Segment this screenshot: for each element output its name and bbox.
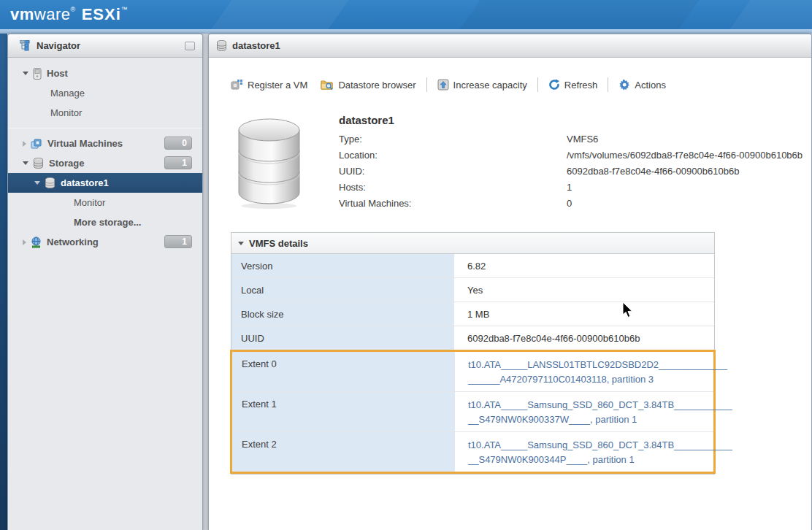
actions-gear-icon [618,79,630,91]
refresh-icon [548,79,560,91]
vmware-esxi-logo: vmware®ESXi™ [10,5,128,24]
toolbar-button-label: Register a VM [248,80,307,91]
chevron-right-icon[interactable] [23,239,26,245]
row-label: Extent 1 [232,392,455,431]
banner-facet [201,0,353,29]
datastore-browser-button[interactable]: Datastore browser [321,79,415,91]
sidebar-item-host-monitor[interactable]: Monitor [8,103,202,123]
register-vm-icon [231,79,243,91]
sidebar-item-label: datastore1 [61,177,109,188]
toolbar-button-label: Actions [635,80,666,91]
navigator-panel: Navigator Host Manage Monitor [7,34,203,530]
sidebar-item-label: Monitor [74,197,105,208]
toolbar-button-label: Refresh [564,80,598,91]
extent-line2: __S479NW0K900344P____, partition 1 [468,453,732,467]
sidebar-item-label: Monitor [50,107,82,118]
register-vm-button[interactable]: Register a VM [231,79,307,91]
extent-device-link[interactable]: t10.ATA_____LANSSL01TBTLC92DSBD2D2______… [455,352,727,391]
top-banner: vmware®ESXi™ [0,0,812,29]
summary-value: 1 [567,182,803,193]
sidebar-item-label: Networking [47,237,99,247]
sidebar-item-label: Storage [49,158,84,169]
virtual-machines-icon [31,139,42,149]
sidebar-item-more-storage[interactable]: More storage... [8,212,202,232]
datastore-panel-header: datastore1 [209,34,811,58]
row-label: Extent 2 [232,432,455,472]
logo-esxi: ESXi [82,5,121,23]
sidebar-item-datastore1[interactable]: datastore1 [8,173,202,193]
extent-line1: t10.ATA_____Samsung_SSD_860_DCT_3.84TB__… [468,438,732,453]
table-row: Block size 1 MB [231,302,714,326]
increase-capacity-icon [437,79,449,91]
vmfs-details-header[interactable]: VMFS details [231,233,714,254]
datastore-icon [45,177,55,188]
summary-text: datastore1 Type: VMFS6 Location: /vmfs/v… [339,114,803,209]
sidebar-item-virtual-machines[interactable]: Virtual Machines 0 [8,134,202,153]
networking-icon [31,237,42,248]
table-row: Extent 0 t10.ATA_____LANSSL01TBTLC92DSBD… [232,352,713,392]
summary-label: Hosts: [339,182,567,193]
row-label: UUID [231,326,454,350]
chevron-right-icon[interactable] [23,141,26,147]
sidebar-item-networking[interactable]: Networking 1 [8,232,202,252]
datastore-name: datastore1 [339,114,803,126]
datastore-summary: datastore1 Type: VMFS6 Location: /vmfs/v… [234,114,811,209]
row-label: Local [231,278,454,302]
logo-vm: vm [10,5,34,23]
sidebar-item-datastore-monitor[interactable]: Monitor [8,193,202,212]
vmfs-details-title: VMFS details [249,238,308,249]
host-icon [33,68,42,80]
actions-button[interactable]: Actions [618,79,666,91]
networking-count-badge: 1 [164,235,192,248]
chevron-down-icon[interactable] [23,161,28,165]
row-label: Version [231,254,454,277]
chevron-down-icon[interactable] [34,181,40,185]
summary-value: /vmfs/volumes/6092dba8-f7e8c04e-4f66-009… [567,150,803,161]
sidebar-item-host[interactable]: Host [8,64,202,83]
extent-device-link[interactable]: t10.ATA_____Samsung_SSD_860_DCT_3.84TB__… [455,432,732,472]
storage-count-badge: 1 [164,156,192,169]
navigator-header: Navigator [8,34,202,58]
row-label: Extent 0 [232,352,455,391]
chevron-down-icon[interactable] [23,72,28,75]
sidebar-item-storage[interactable]: Storage 1 [8,153,202,173]
logo-tm-mark: ™ [121,6,129,13]
table-row: Version 6.82 [231,254,714,278]
sidebar-item-label: Host [47,68,68,79]
navigator-tree-icon [20,40,31,51]
toolbar-separator [537,77,538,92]
table-row: Extent 2 t10.ATA_____Samsung_SSD_860_DCT… [232,432,713,472]
page-title: datastore1 [232,40,280,51]
banner-facet [449,0,704,29]
extent-device-link[interactable]: t10.ATA_____Samsung_SSD_860_DCT_3.84TB__… [455,392,732,431]
row-value: Yes [454,278,483,302]
extent-line2: ______A4720797110C01403118, partition 3 [468,372,727,387]
page-background-strip [0,34,7,530]
refresh-button[interactable]: Refresh [548,79,598,91]
table-row: UUID 6092dba8-f7e8c04e-4f66-00900b610b6b [231,326,714,350]
collapse-panel-icon[interactable] [185,42,195,50]
sidebar-item-host-manage[interactable]: Manage [8,83,202,103]
row-value: 1 MB [454,302,489,326]
navigator-title: Navigator [37,40,80,51]
toolbar-button-label: Datastore browser [338,80,415,91]
tree-divider [8,128,202,128]
row-value: 6092dba8-f7e8c04e-4f66-00900b610b6b [454,326,640,350]
summary-label: Virtual Machines: [339,198,567,209]
summary-value: 0 [567,198,803,209]
vmfs-details-table: VMFS details Version 6.82 Local Yes Bloc… [231,232,715,475]
logo-reg-mark: ® [70,6,75,13]
toolbar: Register a VM Datastore browser [231,77,811,92]
datastore-browser-icon [321,79,334,91]
increase-capacity-button[interactable]: Increase capacity [437,79,527,91]
table-row: Local Yes [231,278,714,302]
summary-label: UUID: [339,166,567,177]
sidebar-item-label: More storage... [74,217,141,228]
datastore-icon [216,40,227,51]
esxi-window: vmware®ESXi™ Navigator [0,0,812,530]
logo-ware: ware [34,5,71,23]
summary-value: VMFS6 [567,134,803,145]
summary-grid: Type: VMFS6 Location: /vmfs/volumes/6092… [339,134,803,209]
summary-value: 6092dba8-f7e8c04e-4f66-00900b610b6b [567,166,803,177]
chevron-down-icon[interactable] [238,242,244,245]
